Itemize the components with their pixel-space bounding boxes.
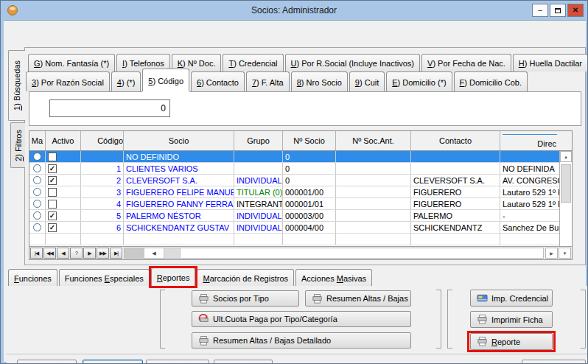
- reportes-panel: Socios por Tipo Resumen Altas / Bajas Ul…: [7, 286, 588, 354]
- col-header-nro-soc-ant[interactable]: Nº Soc.Ant.: [336, 131, 411, 150]
- credential-card-icon: [477, 293, 488, 304]
- nav-last-button[interactable]: ▶|: [110, 248, 122, 259]
- tab-reportes[interactable]: Reportes: [151, 267, 196, 286]
- col-header-activo[interactable]: Activo: [46, 131, 81, 150]
- titlebar[interactable]: Socios: Administrador – ✕: [1, 1, 587, 20]
- col-header-socio[interactable]: Socio: [124, 131, 234, 150]
- table-row[interactable]: ✓ 1 CLIENTES VARIOS 0 NO DEFINIDA: [29, 163, 559, 175]
- table-row[interactable]: 4 FIGUERERO FANNY FERRA INTEGRANT 000001…: [29, 198, 559, 210]
- codigo-tab-page: [29, 91, 581, 126]
- row-radio[interactable]: [33, 164, 41, 172]
- tab-nom-fantasia[interactable]: G) Nom. Fantasía (*): [28, 54, 115, 71]
- tab-por-rsocial[interactable]: U) Por R.Social (Incluye Inactivos): [285, 54, 421, 71]
- row-radio[interactable]: [33, 223, 41, 231]
- borrar-button[interactable]: Borrar: [146, 360, 209, 364]
- nav-prev-button[interactable]: ◀: [57, 248, 69, 259]
- tab-acciones-masivas[interactable]: Acciones Masivas: [295, 269, 372, 286]
- tab-por-razon-social[interactable]: 3) Por Razón Social: [26, 71, 110, 91]
- maximize-icon: [555, 8, 561, 13]
- row-radio[interactable]: [33, 200, 41, 208]
- tab-contacto[interactable]: 6) Contacto: [191, 71, 245, 91]
- col-header-direccion[interactable]: Direc: [500, 131, 559, 150]
- scroll-down-icon[interactable]: ▼: [559, 248, 571, 259]
- tab-credencial[interactable]: T) Credencial: [223, 54, 283, 71]
- table-row[interactable]: ✓ 2 CLEVERSOFT S.A. INDIVIDUAL 0 CLEVERS…: [29, 175, 559, 186]
- codigo-search-input[interactable]: [49, 99, 170, 117]
- row-radio[interactable]: [33, 176, 41, 184]
- tab-f-alta[interactable]: 7) F. Alta: [246, 71, 290, 91]
- scroll-up-icon[interactable]: ▲: [560, 151, 572, 162]
- close-button[interactable]: ✕: [567, 4, 584, 17]
- side-tab-busquedas[interactable]: 1) Búsquedas: [8, 50, 25, 121]
- col-header-codigo[interactable]: Código: [81, 131, 124, 150]
- resumen-detallado-button[interactable]: Resumen Altas / Bajas Detallado: [192, 332, 411, 349]
- salir-button[interactable]: Salir: [522, 360, 586, 364]
- resumen-altas-bajas-button[interactable]: Resumen Altas / Bajas: [305, 290, 411, 307]
- printer-icon: [198, 335, 209, 346]
- ver-button[interactable]: Ver: [214, 360, 273, 364]
- agregar-button[interactable]: Agregar: [17, 360, 77, 364]
- table-row-empty[interactable]: [29, 234, 559, 245]
- col-header-grupo[interactable]: Grupo: [234, 131, 283, 150]
- tab-funciones[interactable]: Funciones: [8, 269, 57, 286]
- minimize-button[interactable]: –: [532, 4, 548, 17]
- tab-huella-dactilar[interactable]: H) Huella Dactilar: [513, 54, 588, 71]
- col-header-contacto[interactable]: Contacto: [411, 131, 500, 150]
- group-bracket: [436, 290, 441, 349]
- ult-cuota-paga-button[interactable]: Ult.Cuota Paga por Tipo/Categoría: [192, 311, 411, 327]
- grid-header: Ma Activo Código Socio Grupo Nº Socio Nº…: [29, 131, 572, 151]
- horizontal-scroll-thumb[interactable]: [164, 248, 181, 258]
- horizontal-scrollbar[interactable]: ◀: [124, 248, 544, 259]
- reporte-button[interactable]: Reporte: [470, 333, 553, 350]
- table-row[interactable]: ✓ 6 SCHICKENDANTZ GUSTAV INDIVIDUAL 0000…: [29, 222, 559, 234]
- row-checkbox[interactable]: [48, 153, 57, 161]
- row-checkbox[interactable]: [48, 188, 57, 197]
- tab-domicilio[interactable]: E) Domicilio (*): [386, 71, 452, 91]
- report-refresh-icon: [198, 314, 209, 325]
- row-radio[interactable]: [33, 188, 41, 196]
- tab-funciones-especiales[interactable]: Funciones Especiales: [59, 269, 150, 286]
- group-bracket: [447, 290, 452, 349]
- cambiar-button[interactable]: Cambiar: [83, 360, 143, 364]
- search-tabs-row2: 3) Por Razón Social 4) (*) 5) Código 6) …: [26, 71, 528, 91]
- maximize-button[interactable]: [550, 4, 566, 17]
- tab-cuit[interactable]: 9) Cuit: [349, 71, 385, 91]
- footer-bar: Agregar Cambiar Borrar Ver Ult. Cuota Pa…: [7, 354, 588, 364]
- nav-next-page-button[interactable]: ▶▶: [97, 248, 109, 259]
- vertical-scrollbar[interactable]: ▲: [559, 151, 572, 246]
- row-radio[interactable]: [33, 153, 41, 161]
- nav-locate-button[interactable]: ?: [70, 248, 83, 259]
- printer-icon: [477, 314, 488, 325]
- tab-4[interactable]: 4) (*): [111, 71, 141, 91]
- row-checkbox[interactable]: ✓: [48, 211, 57, 220]
- close-icon: ✕: [573, 7, 578, 14]
- row-checkbox[interactable]: ✓: [48, 223, 57, 232]
- tab-domicilio-cob[interactable]: F) Domicilio Cob.: [454, 71, 528, 91]
- row-checkbox[interactable]: ✓: [48, 164, 57, 173]
- socios-por-tipo-button[interactable]: Socios por Tipo: [192, 290, 299, 307]
- tab-por-fecha-nac[interactable]: V) Por Fecha de Nac.: [421, 54, 511, 71]
- table-row[interactable]: ✓ 5 PALERMO NÉSTOR INDIVIDUAL 000003/00 …: [29, 210, 559, 222]
- vertical-scroll-thumb[interactable]: [561, 164, 571, 203]
- scroll-left-icon[interactable]: ◀: [144, 248, 164, 258]
- col-header-nro-socio[interactable]: Nº Socio: [283, 131, 336, 150]
- grid-rows: NO DEFINIDO 0 ✓ 1 CLIENTES VARIOS: [29, 151, 559, 246]
- table-row[interactable]: NO DEFINIDO 0: [29, 151, 559, 163]
- tab-marcacion-registros[interactable]: Marcación de Registros: [197, 269, 294, 286]
- table-row[interactable]: 3 FIGUERERO FELIPE MANUE TITULAR (0) 000…: [29, 186, 559, 198]
- row-checkbox[interactable]: [48, 200, 57, 209]
- col-header-marca[interactable]: Ma: [29, 131, 46, 150]
- imprimir-ficha-button[interactable]: Imprimir Ficha: [470, 311, 553, 328]
- nav-prev-page-button[interactable]: ◀◀: [43, 248, 56, 259]
- tab-codigo[interactable]: 5) Código: [142, 69, 189, 91]
- nav-next-button[interactable]: ▶: [83, 248, 96, 259]
- row-checkbox[interactable]: ✓: [48, 176, 57, 185]
- row-radio[interactable]: [33, 211, 41, 220]
- group-bracket: [581, 290, 586, 349]
- side-tab-filtros[interactable]: 2) Filtros: [10, 122, 25, 168]
- sort-indicator-line: [503, 134, 557, 135]
- tab-nro-socio[interactable]: 8) Nro Socio: [291, 71, 348, 91]
- imp-credencial-button[interactable]: Imp. Credencial: [470, 290, 553, 307]
- scroll-right-icon[interactable]: ▶: [545, 248, 558, 259]
- nav-first-button[interactable]: |◀: [30, 248, 43, 259]
